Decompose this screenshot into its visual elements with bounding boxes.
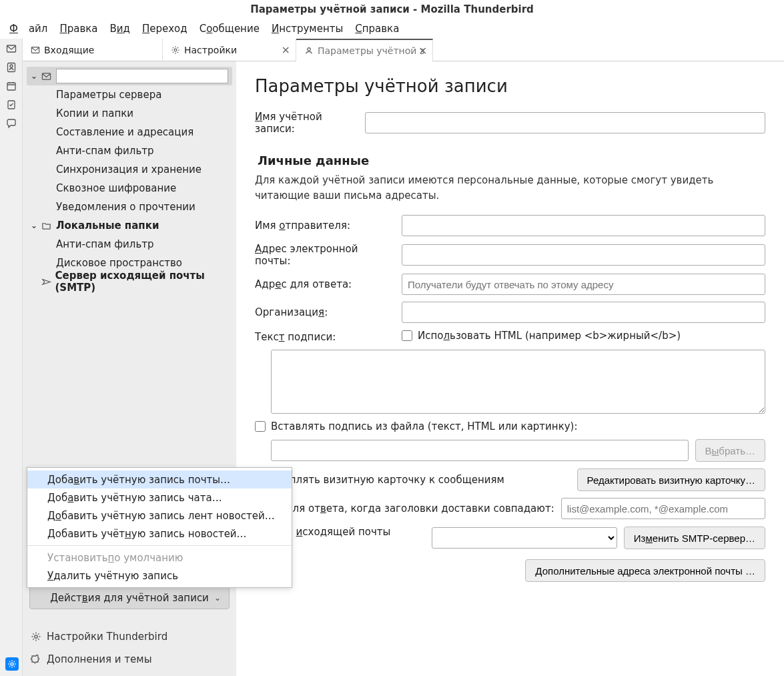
menu-add-news-account[interactable]: Добавить учётную запись новостей… — [27, 525, 292, 543]
reply-match-list-field — [561, 498, 765, 519]
menu-delete-account[interactable]: Удалить учётную запись — [27, 567, 292, 585]
account-actions-button[interactable]: Действия для учётной записи ⌄ — [29, 587, 230, 609]
sender-name-label: Имя отправителя: — [255, 220, 395, 232]
tree-label: Сервер исходящей почты (SMTP) — [55, 270, 232, 294]
button-label: Действия для учётной записи — [50, 592, 209, 604]
smtp-server-select[interactable] — [432, 527, 617, 549]
tree-item-copies-folders[interactable]: Копии и папки — [27, 104, 232, 123]
svg-point-5 — [11, 663, 13, 665]
personal-data-heading: Личные данные — [258, 153, 765, 167]
chevron-down-icon[interactable]: ⌄ — [29, 221, 39, 230]
account-name-input[interactable] — [56, 69, 228, 83]
tab-settings[interactable]: Настройки × — [163, 39, 296, 61]
checkbox-label: креплять визитную карточку к сообщениям — [271, 474, 504, 486]
inbox-icon — [31, 45, 40, 55]
address-book-icon[interactable] — [5, 61, 17, 73]
email-field[interactable] — [402, 244, 765, 266]
tree-item-composition[interactable]: Составление и адресация — [27, 123, 232, 141]
tab-label: Настройки — [184, 45, 237, 55]
checkbox-label: Использовать HTML (например <b>жирный</b… — [418, 330, 681, 342]
use-html-checkbox-input[interactable] — [402, 330, 412, 341]
reply-to-label: Адрес для ответа: — [255, 278, 395, 290]
signature-textarea[interactable] — [271, 350, 765, 414]
edit-smtp-button[interactable]: Изменить SMTP-сервер… — [624, 527, 765, 549]
attach-vcard-checkbox[interactable]: креплять визитную карточку к сообщениям — [255, 474, 570, 486]
thunderbird-settings-link[interactable]: Настройки Thunderbird — [29, 627, 230, 647]
edit-vcard-button[interactable]: Редактировать визитную карточку… — [577, 468, 765, 491]
tree-smtp[interactable]: Сервер исходящей почты (SMTP) — [27, 272, 232, 291]
tree-item-junk-local[interactable]: Анти-спам фильтр — [27, 235, 232, 254]
tasks-icon[interactable] — [5, 99, 17, 111]
organization-label: Организация: — [255, 306, 395, 318]
signature-file-checkbox[interactable]: Вставлять подпись из файла (текст, HTML … — [255, 420, 578, 432]
addons-link[interactable]: Дополнения и темы — [29, 649, 230, 669]
folder-icon — [41, 221, 53, 231]
tab-label: Входящие — [44, 45, 94, 55]
menu-edit[interactable]: Правка — [54, 21, 103, 36]
account-name-field[interactable] — [365, 112, 765, 133]
tab-inbox[interactable]: Входящие — [23, 39, 163, 61]
menu-file[interactable]: Файл — [4, 21, 53, 36]
puzzle-icon — [31, 654, 41, 665]
menu-tools[interactable]: Инструменты — [266, 21, 348, 36]
account-name-label: Имя учётной записи: — [255, 111, 358, 135]
tab-account-settings[interactable]: Параметры учётной з × — [296, 39, 433, 61]
tree-item-read-receipts[interactable]: Уведомления о прочтении — [27, 198, 232, 216]
personal-data-description: Для каждой учётной записи имеются персон… — [255, 173, 765, 203]
gear-icon — [171, 45, 180, 55]
window-title: Параметры учётной записи - Mozilla Thund… — [0, 0, 784, 19]
signature-text-label: Текст подписи: — [255, 330, 395, 343]
smtp-icon — [41, 277, 52, 287]
svg-point-7 — [174, 49, 177, 51]
checkbox-label: ес для ответа, когда заголовки доставки … — [271, 502, 554, 515]
menu-help[interactable]: Справка — [350, 21, 404, 36]
tree-item-server-settings[interactable]: Параметры сервера — [27, 85, 232, 104]
chevron-down-icon[interactable]: ⌄ — [29, 71, 39, 81]
account-actions-menu: Добавить учётную запись почты… Добавить … — [27, 467, 292, 588]
calendar-icon[interactable] — [5, 80, 17, 92]
menu-message[interactable]: Сообщение — [194, 21, 265, 36]
account-icon — [304, 46, 314, 55]
sender-name-field[interactable] — [402, 215, 765, 236]
menu-view[interactable]: Вид — [105, 21, 135, 36]
tree-item-e2e[interactable]: Сквозное шифрование — [27, 179, 232, 198]
tree-account-root[interactable]: ⌄ — [27, 67, 232, 85]
page-heading: Параметры учётной записи — [255, 76, 765, 96]
svg-rect-3 — [7, 83, 15, 90]
signature-file-path — [271, 440, 689, 461]
mail-icon[interactable] — [5, 43, 17, 55]
chat-icon[interactable] — [5, 117, 17, 129]
tree-local-folders[interactable]: ⌄ Локальные папки — [27, 216, 232, 235]
menu-add-feed-account[interactable]: Добавить учётную запись лент новостей… — [27, 506, 292, 525]
reply-to-field[interactable] — [402, 274, 765, 295]
tree-item-sync[interactable]: Синхронизация и хранение — [27, 160, 232, 179]
link-label: Настройки Thunderbird — [47, 631, 167, 643]
organization-field[interactable] — [402, 302, 765, 323]
gear-icon — [31, 631, 41, 642]
account-tree-sidebar: ⌄ Параметры сервера Копии и папки Состав… — [23, 61, 236, 676]
tab-label: Параметры учётной з — [318, 45, 424, 56]
tree-item-junk[interactable]: Анти-спам фильтр — [27, 141, 232, 160]
menu-go[interactable]: Переход — [137, 21, 193, 36]
svg-point-8 — [308, 47, 310, 50]
svg-point-10 — [35, 635, 37, 638]
mail-account-icon — [41, 71, 53, 81]
close-icon[interactable]: × — [282, 43, 290, 56]
menu-add-mail-account[interactable]: Добавить учётную запись почты… — [27, 470, 292, 488]
main-panel: Параметры учётной записи Имя учётной зап… — [236, 61, 784, 676]
more-addresses-button[interactable]: Дополнительные адреса электронной почты … — [525, 559, 765, 582]
link-label: Дополнения и темы — [47, 653, 152, 665]
svg-point-2 — [10, 65, 13, 67]
settings-gear-icon[interactable] — [5, 657, 19, 671]
menubar: Файл Правка Вид Переход Сообщение Инстру… — [0, 19, 784, 39]
checkbox-label: Вставлять подпись из файла (текст, HTML … — [271, 420, 578, 432]
use-html-checkbox[interactable]: Использовать HTML (например <b>жирный</b… — [402, 330, 681, 342]
tree-label: Локальные папки — [56, 220, 159, 232]
close-icon[interactable]: × — [418, 44, 427, 57]
reply-from-match-checkbox[interactable]: ес для ответа, когда заголовки доставки … — [255, 502, 554, 515]
browse-button: Выбрать… — [695, 439, 765, 462]
spaces-toolbar — [0, 39, 23, 676]
signature-file-checkbox-input[interactable] — [255, 421, 266, 432]
menu-add-chat-account[interactable]: Добавить учётную запись чата… — [27, 488, 292, 506]
tabs-bar: Входящие Настройки × Параметры учётной з… — [23, 39, 784, 61]
